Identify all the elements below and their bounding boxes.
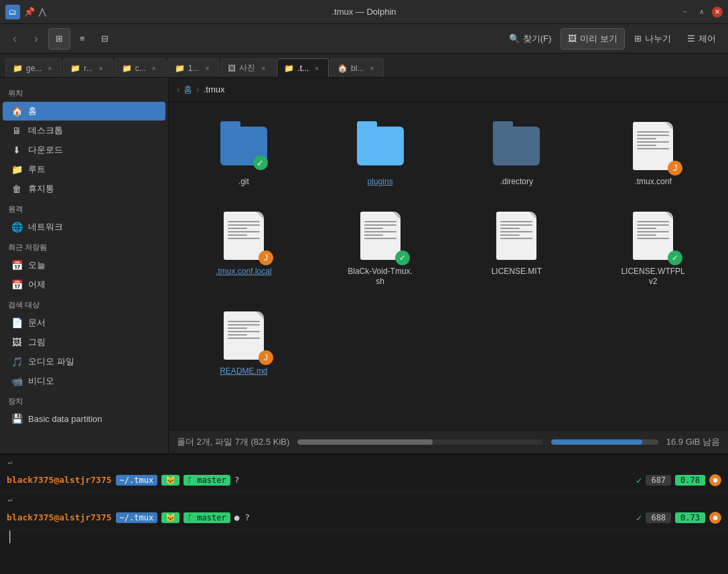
file-item-plugins[interactable]: plugins: [316, 113, 445, 194]
back-button[interactable]: ‹: [5, 29, 24, 48]
right-panel: › 홈 › .tmux ✓ .git plugins: [169, 78, 728, 453]
sidebar-item-images[interactable]: 🖼 그림: [3, 333, 165, 352]
file-item-mit[interactable]: LICENSE.MIT: [453, 202, 581, 294]
forward-button[interactable]: ›: [27, 29, 46, 48]
sidebar-item-trash[interactable]: 🗑 휴지통: [3, 180, 165, 198]
tab-close-c[interactable]: ×: [149, 64, 159, 73]
preview-icon: 🖼: [568, 33, 577, 44]
badge-tmuxconfl: J: [259, 250, 273, 265]
badge-wtfpl: ✓: [668, 250, 682, 265]
file-grid: ✓ .git plugins .directory: [179, 113, 717, 383]
sidebar-label-documents: 문서: [28, 317, 46, 329]
tab-r[interactable]: 📁 r... ×: [63, 58, 113, 77]
sidebar-label-root: 루트: [28, 163, 46, 175]
sidebar-label-desktop: 데스크톱: [28, 125, 63, 137]
tab-photo[interactable]: 🖼 사진 ×: [220, 58, 275, 77]
cursor-blink-4: │: [7, 530, 13, 543]
folder-icon-directory: [493, 127, 540, 165]
sidebar: 위치 🏠 홈 🖥 데스크톱 ⬇ 다운로드 📁 루트 🗑 휴지통 원격 🌐 네트워…: [0, 78, 169, 453]
maximize-button[interactable]: ∧: [696, 7, 707, 17]
sidebar-item-home[interactable]: 🏠 홈: [3, 102, 165, 121]
tab-tmux[interactable]: 📁 .t... ×: [277, 58, 329, 77]
search-button[interactable]: 🔍 찾기(F): [502, 28, 559, 50]
title-bar: 🗂 📌 ⋀ .tmux — Dolphin − ∧ ✕: [0, 0, 728, 24]
tab-close-ge[interactable]: ×: [45, 64, 54, 73]
icon-wrap-plugins: [354, 119, 407, 173]
file-name-wtfpl: LICENSE.WTFPLv2: [620, 267, 686, 287]
tab-label-1: 1...: [188, 64, 200, 73]
term-path-3: ~/.tmux: [116, 512, 158, 523]
breadcrumb: › 홈 › .tmux: [169, 78, 728, 102]
sidebar-label-network: 네트워크: [28, 221, 63, 233]
sidebar-label-home: 홈: [28, 105, 37, 117]
minimize-button[interactable]: −: [680, 7, 690, 17]
sidebar-icon-video: 📹: [11, 376, 23, 386]
file-item-wtfpl[interactable]: ✓ LICENSE.WTFPLv2: [589, 202, 717, 294]
sidebar-item-downloads[interactable]: ⬇ 다운로드: [3, 141, 165, 159]
sidebar-item-video[interactable]: 📹 비디오: [3, 372, 165, 390]
pin-icon[interactable]: 📌: [24, 7, 35, 17]
tab-icon-photo: 🖼: [228, 64, 236, 73]
file-item-directory[interactable]: .directory: [453, 113, 581, 194]
tab-bar: 📁 ge... × 📁 r... × 📁 c... × 📁 1... × 🖼 사…: [0, 54, 728, 78]
expand-icon[interactable]: ⋀: [39, 7, 46, 17]
sidebar-item-partition[interactable]: 💾 Basic data partition: [3, 410, 165, 427]
sidebar-icon-network: 🌐: [11, 222, 23, 232]
tab-close-1[interactable]: ×: [202, 64, 212, 73]
file-name-directory: .directory: [500, 177, 533, 188]
terminal-line-0: ↵: [0, 455, 728, 468]
sidebar-item-audio[interactable]: 🎵 오디오 파일: [3, 352, 165, 371]
term-right-3: ✓ 688 0.73 ●: [636, 512, 721, 524]
term-num-3: 688: [646, 512, 671, 523]
badge-git: ✓: [253, 155, 268, 170]
app-icon: 🗂: [5, 5, 20, 19]
sidebar-item-yesterday[interactable]: 📅 어제: [3, 275, 165, 294]
doc-icon-readme: [224, 311, 264, 360]
tab-label-bl: bl...: [351, 64, 364, 73]
sidebar-label-trash: 휴지통: [28, 183, 54, 195]
file-item-tmuxconf[interactable]: J .tmux.conf: [589, 113, 717, 194]
tab-1[interactable]: 📁 1... ×: [167, 58, 220, 77]
tab-bl[interactable]: 🏠 bl... ×: [330, 58, 384, 77]
split-panel-button[interactable]: ⊞ 나누기: [628, 28, 678, 50]
tab-label-r: r...: [84, 64, 92, 73]
compact-view-icon: ≡: [80, 33, 85, 44]
breadcrumb-home[interactable]: 홈: [184, 84, 192, 96]
search-icon: 🔍: [509, 33, 520, 44]
scroll-indicator[interactable]: [297, 439, 542, 445]
term-check-3: ✓: [636, 512, 642, 523]
tab-close-bl[interactable]: ×: [367, 64, 376, 73]
badge-blaCk: ✓: [395, 250, 410, 265]
tab-label-photo: 사진: [239, 62, 255, 74]
tab-close-photo[interactable]: ×: [259, 64, 268, 73]
tab-c[interactable]: 📁 c... ×: [115, 58, 166, 77]
sidebar-icon-today: 📅: [11, 260, 23, 271]
sidebar-item-desktop[interactable]: 🖥 데스크톱: [3, 121, 165, 140]
icon-wrap-directory: [490, 119, 543, 173]
file-item-blaCk[interactable]: ✓ BlaCk-Void-Tmux.sh: [316, 202, 445, 294]
tab-icon-tmux: 📁: [284, 64, 294, 73]
icon-wrap-blaCk: ✓: [354, 209, 407, 263]
tab-close-r[interactable]: ×: [96, 64, 106, 73]
sidebar-label-downloads: 다운로드: [28, 144, 63, 156]
sidebar-item-root[interactable]: 📁 루트: [3, 160, 165, 179]
sidebar-section-최근 저장됨: 최근 저장됨: [0, 237, 168, 255]
preview-button[interactable]: 🖼 미리 보기: [561, 28, 625, 50]
term-check-1: ✓: [636, 475, 642, 486]
split-view-button[interactable]: ⊟: [94, 28, 115, 50]
tab-ge[interactable]: 📁 ge... ×: [5, 58, 62, 77]
close-button[interactable]: ✕: [712, 7, 723, 17]
control-button[interactable]: ☰ 제어: [680, 28, 723, 50]
compact-view-button[interactable]: ≡: [73, 28, 92, 50]
grid-view-button[interactable]: ⊞: [48, 28, 70, 50]
file-item-tmuxconfl[interactable]: J .tmux.conf.local: [179, 202, 308, 294]
icon-wrap-wtfpl: ✓: [626, 209, 680, 263]
sidebar-item-network[interactable]: 🌐 네트워크: [3, 218, 165, 236]
tab-close-tmux[interactable]: ×: [312, 64, 321, 73]
file-item-readme[interactable]: J README.md: [179, 302, 308, 384]
file-item-git[interactable]: ✓ .git: [179, 113, 308, 194]
sidebar-label-partition: Basic data partition: [28, 414, 102, 424]
sidebar-item-documents[interactable]: 📄 문서: [3, 313, 165, 332]
storage-text: 16.9 GiB 남음: [666, 436, 720, 448]
sidebar-item-today[interactable]: 📅 오늘: [3, 256, 165, 275]
